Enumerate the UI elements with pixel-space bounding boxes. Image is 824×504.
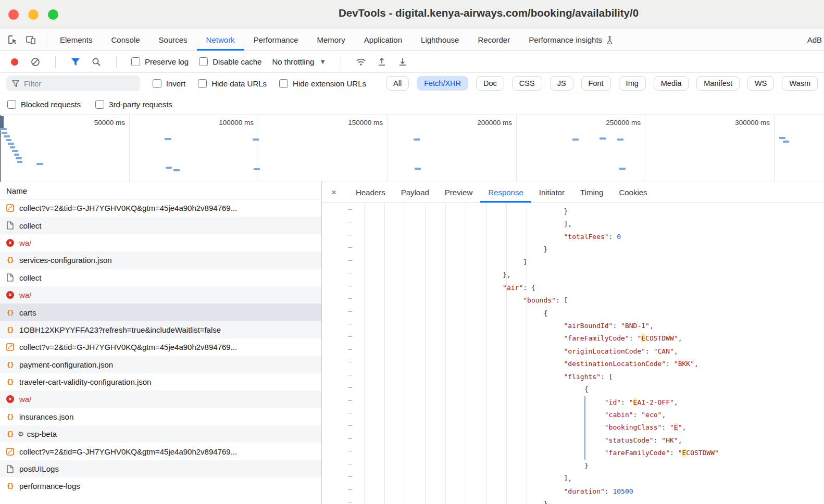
minimize-window-button[interactable] (28, 9, 39, 20)
detail-tab-initiator[interactable]: Initiator (531, 182, 572, 203)
tab-network[interactable]: Network (197, 29, 244, 51)
fold-marker[interactable]: – (322, 332, 360, 345)
clear-network-log-button[interactable] (30, 57, 41, 67)
resource-type-chip-ws[interactable]: WS (747, 76, 774, 91)
detail-tab-headers[interactable]: Headers (348, 182, 393, 203)
search-icon[interactable] (91, 57, 102, 67)
overview-gridline (516, 115, 517, 182)
tab-performance[interactable]: Performance (244, 29, 308, 51)
filter-toggle-button[interactable] (70, 57, 81, 67)
request-row[interactable]: ×wa/ (0, 234, 321, 251)
tab-console[interactable]: Console (102, 29, 149, 51)
request-row[interactable]: {}1OBH12XKPYYFFA23?refresh=true&includeW… (0, 321, 321, 338)
fold-marker[interactable]: – (322, 434, 360, 447)
request-row-selected[interactable]: {}carts (0, 304, 321, 321)
tab-application[interactable]: Application (355, 29, 411, 51)
request-row[interactable]: {}insurances.json (0, 408, 321, 425)
request-row[interactable]: {}performance-logs (0, 477, 321, 495)
preserve-log-checkbox[interactable]: Preserve log (131, 57, 189, 66)
request-row[interactable]: {}services-configuration.json (0, 251, 321, 269)
resource-type-chip-all[interactable]: All (386, 76, 409, 91)
resource-type-chip-css[interactable]: CSS (512, 76, 542, 91)
detail-tab-timing[interactable]: Timing (572, 182, 611, 203)
request-row[interactable]: postUILogs (0, 460, 321, 477)
tab-sources[interactable]: Sources (149, 29, 197, 51)
resource-type-chip-font[interactable]: Font (581, 76, 611, 91)
record-network-log-button[interactable] (9, 57, 20, 67)
inspect-icon[interactable] (6, 33, 20, 47)
fold-marker[interactable]: – (322, 460, 360, 472)
network-conditions-icon[interactable] (356, 57, 366, 67)
resource-type-chip-img[interactable]: Img (619, 76, 646, 91)
detail-tab-payload[interactable]: Payload (393, 182, 437, 203)
resource-type-chip-doc[interactable]: Doc (476, 76, 504, 91)
fold-marker[interactable]: – (322, 485, 360, 498)
import-har-button[interactable] (377, 57, 387, 67)
request-row[interactable]: {}⚙csp-beta (0, 425, 321, 443)
fold-marker[interactable]: – (322, 383, 360, 396)
fold-marker[interactable]: – (322, 371, 360, 383)
tab-label: Recorder (478, 35, 510, 44)
network-overview-pane[interactable]: 50000 ms100000 ms150000 ms200000 ms25000… (0, 115, 824, 182)
fold-marker[interactable]: – (322, 307, 360, 320)
resource-type-chip-manifest[interactable]: Manifest (696, 76, 740, 91)
response-code-area[interactable]: – }– ],– "totalFees": 0– (322, 203, 824, 504)
request-row[interactable]: collect?v=2&tid=G-JH7YGHV0KQ&gtm=45je4a9… (0, 338, 321, 356)
fold-marker[interactable]: – (322, 498, 360, 504)
fold-marker[interactable]: – (322, 320, 360, 332)
fold-marker[interactable]: – (322, 243, 360, 256)
zoom-window-button[interactable] (48, 9, 58, 20)
fold-marker[interactable]: – (322, 345, 360, 358)
request-row[interactable]: collect?v=2&tid=G-JH7YGHV0KQ&gtm=45je4a9… (0, 443, 321, 460)
fold-marker[interactable]: – (322, 205, 360, 218)
request-row[interactable]: collect (0, 269, 321, 286)
tab-lighthouse[interactable]: Lighthouse (411, 29, 468, 51)
fold-marker[interactable]: – (322, 269, 360, 281)
tab-performance-insights[interactable]: Performance insights (519, 29, 623, 51)
fold-marker[interactable]: – (322, 472, 360, 485)
hide-data-urls-checkbox[interactable]: Hide data URLs (198, 79, 267, 88)
request-row[interactable]: ×wa/ (0, 390, 321, 408)
disable-cache-checkbox[interactable]: Disable cache (199, 57, 261, 66)
tab-memory[interactable]: Memory (308, 29, 355, 51)
invert-checkbox[interactable]: Invert (153, 79, 186, 88)
fold-marker[interactable]: – (322, 358, 360, 370)
close-window-button[interactable] (8, 9, 19, 20)
third-party-requests-checkbox[interactable]: 3rd-party requests (95, 100, 172, 109)
fold-marker[interactable]: – (322, 447, 360, 459)
fold-marker[interactable]: – (322, 218, 360, 230)
export-har-button[interactable] (397, 57, 408, 67)
device-toolbar-icon[interactable] (24, 33, 38, 47)
tab-recorder[interactable]: Recorder (468, 29, 519, 51)
request-row[interactable]: collect (0, 217, 321, 234)
request-row[interactable]: {}traveler-cart-validity-configuration.j… (0, 373, 321, 390)
blocked-requests-checkbox[interactable]: Blocked requests (7, 100, 81, 109)
overview-time-label: 300000 ms (718, 119, 770, 127)
fold-marker[interactable]: – (322, 256, 360, 269)
tab-adb[interactable]: AdB (798, 29, 824, 51)
fold-marker[interactable]: – (322, 231, 360, 243)
fold-marker[interactable]: – (322, 421, 360, 434)
fold-marker[interactable]: – (322, 396, 360, 409)
checkbox-icon (279, 79, 288, 88)
detail-tab-cookies[interactable]: Cookies (611, 182, 655, 203)
hide-extension-urls-checkbox[interactable]: Hide extension URLs (279, 79, 366, 88)
filter-input[interactable]: Filter (6, 75, 140, 91)
throttling-select[interactable]: No throttling ▼ (272, 57, 326, 66)
close-icon[interactable]: × (331, 187, 336, 198)
requests-name-column-header[interactable]: Name (0, 182, 321, 199)
fold-marker[interactable]: – (322, 282, 360, 294)
detail-tab-preview[interactable]: Preview (437, 182, 480, 203)
request-row[interactable]: {}payment-configuration.json (0, 356, 321, 373)
resource-type-chip-wasm[interactable]: Wasm (782, 76, 818, 91)
request-row[interactable]: ×wa/ (0, 286, 321, 304)
fold-marker[interactable]: – (322, 409, 360, 421)
resource-type-chip-js[interactable]: JS (550, 76, 573, 91)
request-row[interactable]: collect?v=2&tid=G-JH7YGHV0KQ&gtm=45je4a9… (0, 199, 321, 217)
resource-type-chip-fetch-xhr[interactable]: Fetch/XHR (417, 76, 468, 91)
detail-tab-response[interactable]: Response (480, 182, 531, 203)
tab-elements[interactable]: Elements (51, 29, 102, 51)
overview-time-label: 100000 ms (202, 119, 254, 127)
resource-type-chip-media[interactable]: Media (654, 76, 689, 91)
fold-marker[interactable]: – (322, 294, 360, 307)
